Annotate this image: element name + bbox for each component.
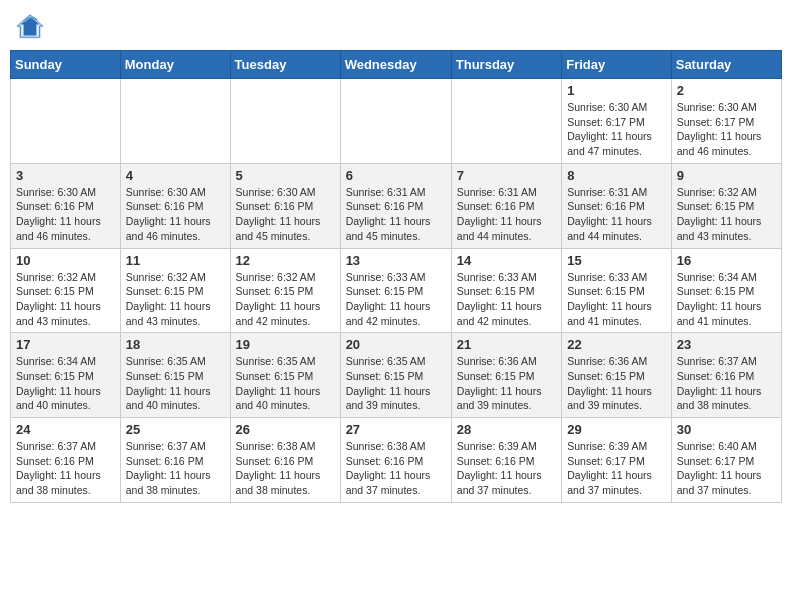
calendar-cell: 22Sunrise: 6:36 AM Sunset: 6:15 PM Dayli… bbox=[562, 333, 672, 418]
day-number: 6 bbox=[346, 168, 446, 183]
weekday-header-thursday: Thursday bbox=[451, 51, 561, 79]
week-row-2: 3Sunrise: 6:30 AM Sunset: 6:16 PM Daylig… bbox=[11, 163, 782, 248]
weekday-header-row: SundayMondayTuesdayWednesdayThursdayFrid… bbox=[11, 51, 782, 79]
calendar-cell bbox=[451, 79, 561, 164]
day-info: Sunrise: 6:32 AM Sunset: 6:15 PM Dayligh… bbox=[16, 270, 115, 329]
day-info: Sunrise: 6:40 AM Sunset: 6:17 PM Dayligh… bbox=[677, 439, 776, 498]
day-info: Sunrise: 6:30 AM Sunset: 6:17 PM Dayligh… bbox=[677, 100, 776, 159]
day-number: 25 bbox=[126, 422, 225, 437]
day-number: 27 bbox=[346, 422, 446, 437]
calendar-cell: 11Sunrise: 6:32 AM Sunset: 6:15 PM Dayli… bbox=[120, 248, 230, 333]
day-info: Sunrise: 6:30 AM Sunset: 6:16 PM Dayligh… bbox=[236, 185, 335, 244]
day-info: Sunrise: 6:37 AM Sunset: 6:16 PM Dayligh… bbox=[16, 439, 115, 498]
day-number: 29 bbox=[567, 422, 666, 437]
calendar-cell: 20Sunrise: 6:35 AM Sunset: 6:15 PM Dayli… bbox=[340, 333, 451, 418]
day-number: 28 bbox=[457, 422, 556, 437]
calendar-cell: 25Sunrise: 6:37 AM Sunset: 6:16 PM Dayli… bbox=[120, 418, 230, 503]
day-number: 21 bbox=[457, 337, 556, 352]
day-number: 20 bbox=[346, 337, 446, 352]
day-number: 14 bbox=[457, 253, 556, 268]
calendar-cell: 27Sunrise: 6:38 AM Sunset: 6:16 PM Dayli… bbox=[340, 418, 451, 503]
day-number: 18 bbox=[126, 337, 225, 352]
weekday-header-sunday: Sunday bbox=[11, 51, 121, 79]
calendar-cell: 21Sunrise: 6:36 AM Sunset: 6:15 PM Dayli… bbox=[451, 333, 561, 418]
week-row-3: 10Sunrise: 6:32 AM Sunset: 6:15 PM Dayli… bbox=[11, 248, 782, 333]
calendar-cell: 17Sunrise: 6:34 AM Sunset: 6:15 PM Dayli… bbox=[11, 333, 121, 418]
day-info: Sunrise: 6:32 AM Sunset: 6:15 PM Dayligh… bbox=[236, 270, 335, 329]
calendar-cell: 23Sunrise: 6:37 AM Sunset: 6:16 PM Dayli… bbox=[671, 333, 781, 418]
day-info: Sunrise: 6:32 AM Sunset: 6:15 PM Dayligh… bbox=[126, 270, 225, 329]
day-info: Sunrise: 6:31 AM Sunset: 6:16 PM Dayligh… bbox=[457, 185, 556, 244]
day-info: Sunrise: 6:38 AM Sunset: 6:16 PM Dayligh… bbox=[346, 439, 446, 498]
day-number: 19 bbox=[236, 337, 335, 352]
day-number: 3 bbox=[16, 168, 115, 183]
calendar-cell: 4Sunrise: 6:30 AM Sunset: 6:16 PM Daylig… bbox=[120, 163, 230, 248]
day-info: Sunrise: 6:33 AM Sunset: 6:15 PM Dayligh… bbox=[567, 270, 666, 329]
calendar-cell: 9Sunrise: 6:32 AM Sunset: 6:15 PM Daylig… bbox=[671, 163, 781, 248]
day-number: 4 bbox=[126, 168, 225, 183]
weekday-header-saturday: Saturday bbox=[671, 51, 781, 79]
calendar-cell bbox=[11, 79, 121, 164]
day-number: 26 bbox=[236, 422, 335, 437]
day-info: Sunrise: 6:34 AM Sunset: 6:15 PM Dayligh… bbox=[677, 270, 776, 329]
day-info: Sunrise: 6:34 AM Sunset: 6:15 PM Dayligh… bbox=[16, 354, 115, 413]
calendar-cell: 14Sunrise: 6:33 AM Sunset: 6:15 PM Dayli… bbox=[451, 248, 561, 333]
day-number: 30 bbox=[677, 422, 776, 437]
day-info: Sunrise: 6:35 AM Sunset: 6:15 PM Dayligh… bbox=[126, 354, 225, 413]
calendar-cell: 8Sunrise: 6:31 AM Sunset: 6:16 PM Daylig… bbox=[562, 163, 672, 248]
week-row-5: 24Sunrise: 6:37 AM Sunset: 6:16 PM Dayli… bbox=[11, 418, 782, 503]
week-row-1: 1Sunrise: 6:30 AM Sunset: 6:17 PM Daylig… bbox=[11, 79, 782, 164]
day-number: 16 bbox=[677, 253, 776, 268]
week-row-4: 17Sunrise: 6:34 AM Sunset: 6:15 PM Dayli… bbox=[11, 333, 782, 418]
day-info: Sunrise: 6:31 AM Sunset: 6:16 PM Dayligh… bbox=[567, 185, 666, 244]
page-header bbox=[10, 10, 782, 42]
day-info: Sunrise: 6:33 AM Sunset: 6:15 PM Dayligh… bbox=[346, 270, 446, 329]
day-info: Sunrise: 6:30 AM Sunset: 6:16 PM Dayligh… bbox=[16, 185, 115, 244]
day-number: 8 bbox=[567, 168, 666, 183]
day-number: 13 bbox=[346, 253, 446, 268]
day-number: 7 bbox=[457, 168, 556, 183]
weekday-header-wednesday: Wednesday bbox=[340, 51, 451, 79]
calendar-cell: 5Sunrise: 6:30 AM Sunset: 6:16 PM Daylig… bbox=[230, 163, 340, 248]
day-info: Sunrise: 6:36 AM Sunset: 6:15 PM Dayligh… bbox=[457, 354, 556, 413]
day-info: Sunrise: 6:32 AM Sunset: 6:15 PM Dayligh… bbox=[677, 185, 776, 244]
day-info: Sunrise: 6:39 AM Sunset: 6:16 PM Dayligh… bbox=[457, 439, 556, 498]
day-info: Sunrise: 6:35 AM Sunset: 6:15 PM Dayligh… bbox=[346, 354, 446, 413]
weekday-header-monday: Monday bbox=[120, 51, 230, 79]
day-number: 15 bbox=[567, 253, 666, 268]
weekday-header-friday: Friday bbox=[562, 51, 672, 79]
calendar-cell bbox=[120, 79, 230, 164]
day-info: Sunrise: 6:39 AM Sunset: 6:17 PM Dayligh… bbox=[567, 439, 666, 498]
calendar-cell: 30Sunrise: 6:40 AM Sunset: 6:17 PM Dayli… bbox=[671, 418, 781, 503]
calendar-cell: 13Sunrise: 6:33 AM Sunset: 6:15 PM Dayli… bbox=[340, 248, 451, 333]
day-number: 23 bbox=[677, 337, 776, 352]
day-info: Sunrise: 6:37 AM Sunset: 6:16 PM Dayligh… bbox=[126, 439, 225, 498]
calendar-cell: 18Sunrise: 6:35 AM Sunset: 6:15 PM Dayli… bbox=[120, 333, 230, 418]
day-info: Sunrise: 6:30 AM Sunset: 6:16 PM Dayligh… bbox=[126, 185, 225, 244]
calendar-cell: 26Sunrise: 6:38 AM Sunset: 6:16 PM Dayli… bbox=[230, 418, 340, 503]
calendar-cell: 16Sunrise: 6:34 AM Sunset: 6:15 PM Dayli… bbox=[671, 248, 781, 333]
calendar-cell: 3Sunrise: 6:30 AM Sunset: 6:16 PM Daylig… bbox=[11, 163, 121, 248]
calendar-cell: 29Sunrise: 6:39 AM Sunset: 6:17 PM Dayli… bbox=[562, 418, 672, 503]
calendar-cell: 10Sunrise: 6:32 AM Sunset: 6:15 PM Dayli… bbox=[11, 248, 121, 333]
logo-icon bbox=[14, 10, 46, 42]
day-number: 24 bbox=[16, 422, 115, 437]
weekday-header-tuesday: Tuesday bbox=[230, 51, 340, 79]
calendar-cell: 7Sunrise: 6:31 AM Sunset: 6:16 PM Daylig… bbox=[451, 163, 561, 248]
calendar-cell bbox=[340, 79, 451, 164]
calendar: SundayMondayTuesdayWednesdayThursdayFrid… bbox=[10, 50, 782, 503]
day-info: Sunrise: 6:30 AM Sunset: 6:17 PM Dayligh… bbox=[567, 100, 666, 159]
day-number: 22 bbox=[567, 337, 666, 352]
calendar-cell: 19Sunrise: 6:35 AM Sunset: 6:15 PM Dayli… bbox=[230, 333, 340, 418]
day-info: Sunrise: 6:33 AM Sunset: 6:15 PM Dayligh… bbox=[457, 270, 556, 329]
calendar-cell: 24Sunrise: 6:37 AM Sunset: 6:16 PM Dayli… bbox=[11, 418, 121, 503]
day-info: Sunrise: 6:31 AM Sunset: 6:16 PM Dayligh… bbox=[346, 185, 446, 244]
day-number: 11 bbox=[126, 253, 225, 268]
day-info: Sunrise: 6:37 AM Sunset: 6:16 PM Dayligh… bbox=[677, 354, 776, 413]
day-info: Sunrise: 6:35 AM Sunset: 6:15 PM Dayligh… bbox=[236, 354, 335, 413]
calendar-cell: 28Sunrise: 6:39 AM Sunset: 6:16 PM Dayli… bbox=[451, 418, 561, 503]
day-number: 9 bbox=[677, 168, 776, 183]
day-info: Sunrise: 6:36 AM Sunset: 6:15 PM Dayligh… bbox=[567, 354, 666, 413]
calendar-cell: 1Sunrise: 6:30 AM Sunset: 6:17 PM Daylig… bbox=[562, 79, 672, 164]
calendar-cell bbox=[230, 79, 340, 164]
